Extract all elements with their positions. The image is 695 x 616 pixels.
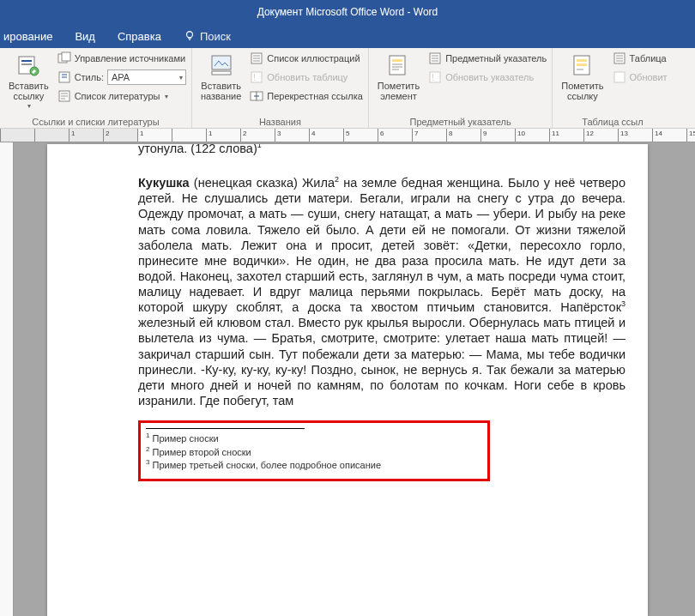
caption-icon [208, 51, 235, 79]
toa-label: Таблица [630, 53, 667, 63]
footnotes-highlight-box: 1 Пример сноски 2 Пример второй сноски 3… [138, 420, 490, 481]
update-index-icon: ! [428, 70, 442, 84]
style-value: APA [112, 72, 130, 82]
table-of-authorities-button[interactable]: Таблица [613, 50, 668, 67]
footnote-3: 3 Пример третьей сноски, более подробное… [146, 458, 479, 472]
dropdown-arrow-icon: ▾ [27, 103, 31, 111]
svg-rect-22 [577, 59, 587, 62]
story-subtitle: (ненецкая сказка) Жила [190, 176, 335, 190]
insert-index-label: Предметный указатель [445, 53, 547, 63]
svg-rect-17 [392, 59, 402, 62]
mark-entry-label: Пометить элемент [378, 81, 420, 101]
manage-sources-label: Управление источниками [75, 53, 185, 63]
update-toa-icon [613, 70, 626, 84]
chevron-down-icon: ▾ [179, 74, 183, 82]
tab-help[interactable]: Справка [114, 24, 165, 48]
group-references: Вставить ссылку▾ Управление источниками … [0, 48, 192, 129]
group-label-authorities: Таблица ссыл [558, 116, 667, 129]
footnote-separator [146, 428, 305, 429]
insert-index-button[interactable]: Предметный указатель [428, 50, 547, 67]
document-page[interactable]: утонула. (122 слова)1 Кукушка (ненецкая … [47, 144, 648, 616]
index-icon [428, 51, 442, 65]
svg-point-0 [186, 32, 192, 38]
insert-caption-label: Вставить название [201, 81, 241, 101]
svg-rect-10 [212, 71, 231, 75]
svg-rect-9 [212, 56, 231, 69]
window-title: Документ Microsoft Office Word - Word [257, 6, 438, 18]
footnote-2: 2 Пример второй сноски [146, 445, 479, 459]
footnote-3-text: Пример третьей сноски, более подробное о… [153, 460, 382, 470]
group-captions: Вставить название Список иллюстраций ! О… [192, 48, 369, 129]
group-authorities: Пометить ссылку Таблица Обновит Таблица … [553, 48, 672, 129]
insert-citation-button[interactable]: Вставить ссылку▾ [5, 50, 52, 112]
footnote-ref-3[interactable]: 3 [621, 299, 626, 308]
style-label: Стиль: [75, 72, 104, 82]
search-label: Поиск [200, 30, 231, 43]
document-workspace: утонула. (122 слова)1 Кукушка (ненецкая … [0, 129, 695, 616]
tab-formatting[interactable]: ирование [0, 24, 56, 48]
group-index: Пометить элемент Предметный указатель ! … [369, 48, 553, 129]
style-dropdown[interactable]: APA ▾ [107, 69, 186, 85]
bibliography-icon [57, 89, 71, 103]
footnote-2-text: Пример второй сноски [153, 446, 251, 456]
vertical-ruler[interactable] [0, 142, 14, 616]
citation-style-row: Стиль: APA ▾ [57, 69, 186, 86]
table-of-figures-label: Список иллюстраций [267, 53, 360, 63]
tell-me-search[interactable]: Поиск [180, 24, 234, 48]
citation-icon [15, 51, 42, 79]
text-fragment: утонула. (122 слова)1 [138, 144, 626, 156]
svg-rect-25 [614, 72, 625, 82]
mark-entry-button[interactable]: Пометить элемент [374, 50, 423, 103]
horizontal-ruler[interactable] [0, 129, 695, 142]
mark-citation-label: Пометить ссылку [561, 81, 603, 101]
mark-citation-icon [569, 51, 596, 79]
cross-reference-button[interactable]: Перекрестная ссылка [250, 88, 363, 105]
group-label-references: Ссылки и списки литературы [5, 116, 186, 129]
footnote-ref-1[interactable]: 1 [257, 144, 262, 149]
cross-reference-label: Перекрестная ссылка [267, 91, 363, 101]
update-table-button: ! Обновить таблицу [250, 69, 363, 86]
group-label-captions: Названия [197, 116, 363, 129]
update-toa-label: Обновит [630, 72, 668, 82]
story-body-2: железный ей клювом стал. Вместо рук крыл… [138, 316, 626, 408]
chevron-down-icon: ▾ [165, 93, 168, 100]
group-label-index: Предметный указатель [374, 116, 547, 129]
list-figures-icon [250, 51, 263, 65]
update-index-label: Обновить указатель [445, 72, 534, 82]
svg-rect-23 [577, 63, 587, 66]
bibliography-button[interactable]: Список литературы▾ [57, 88, 186, 105]
crossref-icon [250, 89, 263, 103]
fragment-text: утонула. (122 слова) [138, 144, 257, 155]
footnote-1: 1 Пример сноски [146, 432, 479, 445]
toa-icon [613, 51, 626, 65]
story-body-1: на земле бедная женщина. Было у неё четв… [138, 176, 626, 314]
sources-icon [57, 51, 71, 65]
ribbon: Вставить ссылку▾ Управление источниками … [0, 48, 695, 129]
tab-view[interactable]: Вид [71, 24, 99, 48]
table-of-figures-button[interactable]: Список иллюстраций [250, 50, 363, 67]
story-title: Кукушка [138, 176, 190, 190]
manage-sources-button[interactable]: Управление источниками [57, 50, 186, 67]
lightbulb-icon [184, 30, 196, 42]
insert-citation-label: Вставить ссылку [9, 81, 49, 101]
update-index-button: ! Обновить указатель [428, 69, 547, 86]
ribbon-tabs: ирование Вид Справка Поиск [0, 24, 695, 48]
style-icon [57, 70, 71, 84]
update-toa-button: Обновит [613, 69, 668, 86]
svg-rect-6 [62, 52, 70, 61]
footnote-1-text: Пример сноски [153, 433, 219, 444]
mark-citation-button[interactable]: Пометить ссылку [558, 50, 607, 103]
insert-caption-button[interactable]: Вставить название [197, 50, 245, 103]
update-icon: ! [250, 70, 263, 84]
svg-rect-3 [21, 63, 32, 65]
update-table-label: Обновить таблицу [267, 72, 348, 82]
svg-text:!: ! [432, 73, 434, 82]
mark-entry-icon [384, 51, 412, 79]
title-bar: Документ Microsoft Office Word - Word [0, 0, 695, 24]
svg-text:!: ! [253, 73, 256, 82]
story-paragraph: Кукушка (ненецкая сказка) Жила2 на земле… [138, 175, 626, 408]
bibliography-label: Список литературы [75, 91, 160, 101]
svg-rect-2 [21, 60, 32, 62]
svg-rect-16 [390, 56, 405, 75]
